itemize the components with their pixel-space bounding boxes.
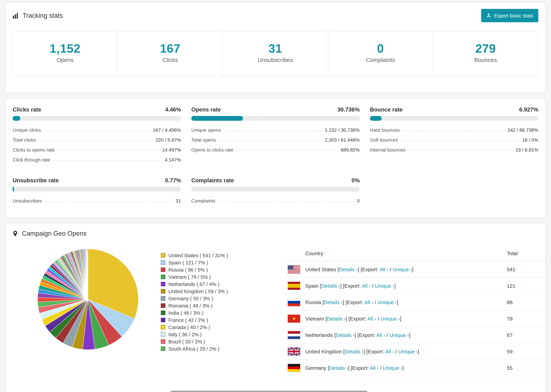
rate-metric-row: Unique clicks 167 / 4.456% <box>13 125 181 134</box>
export-all-link[interactable]: All › <box>367 316 376 322</box>
legend-swatch <box>161 253 165 258</box>
bracket: [ <box>320 283 321 289</box>
details-link[interactable]: Details › <box>329 365 348 371</box>
export-unique-link[interactable]: Unique › <box>393 266 412 272</box>
legend-item[interactable]: Romania ( 49 / 3% ) <box>161 302 247 309</box>
legend-label: Vietnam ( 79 / 5% ) <box>168 274 211 280</box>
legend-item[interactable]: Germany ( 55 / 3% ) <box>161 295 247 302</box>
legend-item[interactable]: India ( 46 / 3% ) <box>161 309 247 316</box>
legend-label: United Kingdom ( 59 / 3% ) <box>168 288 228 294</box>
export-unique-link[interactable]: Unique › <box>398 349 418 354</box>
details-link[interactable]: Details › <box>339 266 358 272</box>
legend-swatch <box>161 311 165 315</box>
rate-metric-row: Total opens 2,303 / 61.446% <box>191 134 360 144</box>
bracket: ] <box>358 266 359 272</box>
legend-item[interactable]: South Africa ( 29 / 2% ) <box>161 345 247 352</box>
progress-bar-fill <box>370 116 381 121</box>
legend-item[interactable]: Russia ( 86 / 5% ) <box>161 266 247 273</box>
stat-value: 0 <box>328 42 433 56</box>
legend-swatch <box>161 318 165 322</box>
bracket: ] <box>343 299 344 305</box>
export-prefix: [Export: <box>349 316 366 322</box>
geo-table-row: Germany [Details ›] [Export: All › / Uni… <box>284 360 544 376</box>
export-unique-link[interactable]: Unique › <box>383 365 402 371</box>
geo-pie-chart <box>35 246 141 352</box>
rate-panel-header: Opens rate 30.736% <box>191 106 360 113</box>
bracket: ] <box>340 283 341 289</box>
rate-metric-label: Hard bounces <box>370 127 400 134</box>
dotted-leader <box>43 202 174 202</box>
country-flag-icon <box>288 347 300 356</box>
map-pin-icon <box>13 230 18 237</box>
export-all-link[interactable]: All › <box>376 332 385 338</box>
export-unique-link[interactable]: Unique › <box>375 283 394 289</box>
export-basic-stats-label: Export basic stats <box>494 13 533 18</box>
geo-title-text: Campaign Geo Opens <box>22 230 87 237</box>
export-prefix: [Export: <box>361 266 378 272</box>
export-prefix: [Export: <box>366 349 384 354</box>
stat-box: 279 Bounces <box>433 31 538 76</box>
campaign-overview-page: Tracking stats Export basic stats 1,152 … <box>0 2 551 392</box>
legend-item[interactable]: United Kingdom ( 59 / 3% ) <box>161 288 247 295</box>
country-cell: United Kingdom [Details ›] [Export: All … <box>305 349 507 354</box>
legend-item[interactable]: Netherlands ( 67 / 4% ) <box>161 280 247 288</box>
country-name: United Kingdom <box>305 349 342 354</box>
export-prefix: [Export: <box>357 332 375 338</box>
bracket: ] <box>394 283 396 289</box>
legend-item[interactable]: Italy ( 36 / 2% ) <box>161 331 247 338</box>
legend-swatch <box>161 325 165 329</box>
country-flag-icon <box>288 331 300 339</box>
legend-swatch <box>161 303 165 308</box>
rate-metric-value: 19 / 6.81% <box>516 147 538 154</box>
country-cell: Netherlands [Details ›] [Export: All › /… <box>305 332 507 338</box>
slash: / <box>380 365 381 371</box>
export-all-link[interactable]: All › <box>380 266 389 272</box>
horizontal-scrollbar-thumb[interactable] <box>170 391 367 392</box>
legend-label: South Africa ( 29 / 2% ) <box>168 346 219 351</box>
bracket: ] <box>363 349 365 354</box>
rates-grid: Clicks rate 4.46% Unique clicks 167 / 4.… <box>13 106 538 205</box>
country-cell: Russia [Details ›] [Export: All › / Uniq… <box>305 299 507 305</box>
rate-metric-label: Unsubscribes <box>13 198 42 205</box>
export-unique-link[interactable]: Unique › <box>381 316 400 322</box>
rate-title: Complaints rate <box>191 177 234 184</box>
legend-item[interactable]: Vietnam ( 79 / 5% ) <box>161 273 247 280</box>
geo-title: Campaign Geo Opens <box>13 230 87 237</box>
slash: / <box>390 266 391 272</box>
legend-item[interactable]: France ( 42 / 2% ) <box>161 316 247 324</box>
bracket: [ <box>328 365 329 371</box>
details-link[interactable]: Details › <box>327 316 346 322</box>
export-basic-stats-button[interactable]: Export basic stats <box>481 9 538 22</box>
rate-metric-value: 1,152 / 30.736% <box>325 127 360 134</box>
country-total: 121 <box>507 283 544 289</box>
legend-item[interactable]: United States ( 541 / 31% ) <box>161 252 247 259</box>
export-all-link[interactable]: All › <box>364 299 373 305</box>
tracking-stats-title-text: Tracking stats <box>23 12 63 19</box>
rate-metric-row: Total clicks 220 / 5.87% <box>13 134 181 144</box>
rate-metric-value: 2,303 / 61.446% <box>325 137 360 144</box>
details-link[interactable]: Details › <box>336 332 354 338</box>
rate-metric-row: Hard bounces 242 / 86.738% <box>370 125 538 134</box>
details-link[interactable]: Details › <box>345 349 363 354</box>
legend-label: Italy ( 36 / 2% ) <box>168 332 202 337</box>
legend-item[interactable]: Spain ( 121 / 7% ) <box>161 259 247 266</box>
country-name: Russia <box>305 299 321 305</box>
legend-swatch <box>161 347 165 351</box>
export-unique-link[interactable]: Unique › <box>377 299 397 305</box>
rate-metric-row: Unsubscribes 31 <box>13 195 181 205</box>
rate-metric-label: Opens to clicks rate <box>191 147 233 154</box>
details-link[interactable]: Details › <box>321 283 340 289</box>
legend-item[interactable]: Brazil ( 33 / 2% ) <box>161 338 247 345</box>
progress-bar-track <box>191 116 360 121</box>
tracking-stats-header: Tracking stats Export basic stats <box>6 3 545 26</box>
export-all-link[interactable]: All › <box>362 283 371 289</box>
export-all-link[interactable]: All › <box>370 365 379 371</box>
export-unique-link[interactable]: Unique › <box>389 332 409 338</box>
rate-metric-label: Soft bounces <box>370 137 398 144</box>
country-flag-icon <box>288 281 300 290</box>
legend-item[interactable]: Canada ( 40 / 2% ) <box>161 324 247 331</box>
details-link[interactable]: Details › <box>324 299 343 305</box>
export-all-link[interactable]: All › <box>385 349 394 354</box>
rate-metric-row: Internal bounces 19 / 6.81% <box>370 144 538 154</box>
rate-metric-list: Hard bounces 242 / 86.738% Soft bounces … <box>370 125 538 154</box>
